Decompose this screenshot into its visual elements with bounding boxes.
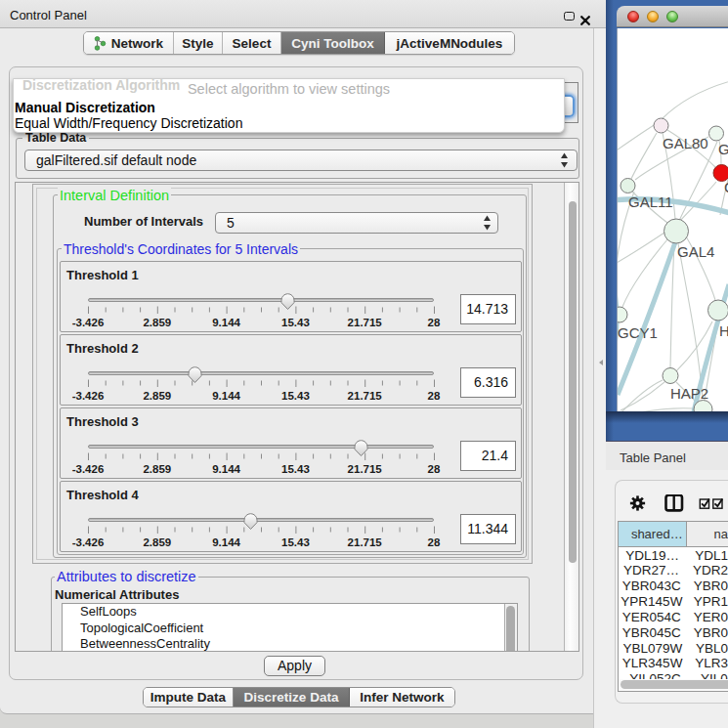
svg-text:CY: CY bbox=[724, 179, 728, 195]
svg-text:GCY1: GCY1 bbox=[618, 324, 658, 341]
svg-text:GAL4: GAL4 bbox=[677, 243, 714, 260]
svg-text:GAL11: GAL11 bbox=[628, 193, 673, 210]
svg-text:HA: HA bbox=[719, 322, 728, 339]
svg-text:GAL7: GAL7 bbox=[718, 141, 728, 157]
svg-text:HAP2: HAP2 bbox=[670, 385, 708, 402]
svg-text:GAL80: GAL80 bbox=[663, 135, 708, 151]
